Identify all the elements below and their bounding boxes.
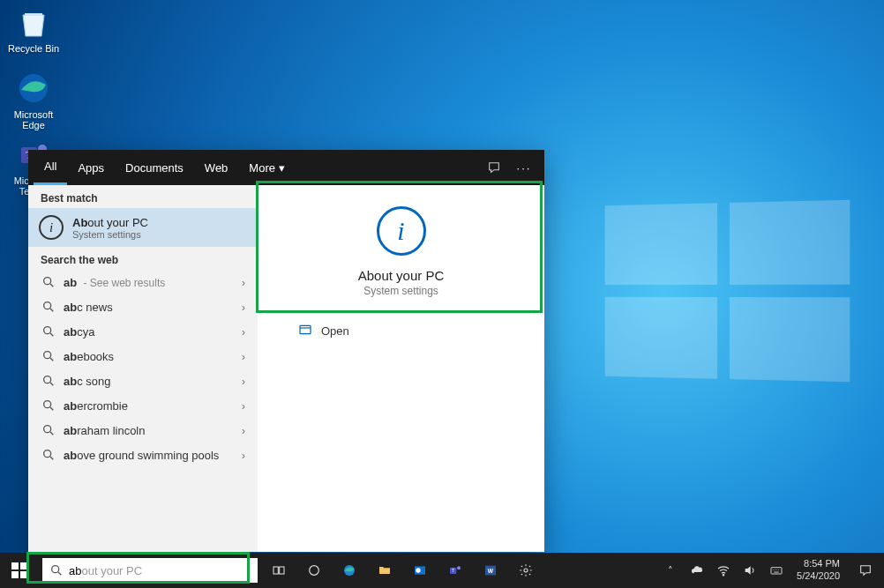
chevron-right-icon: ›: [242, 399, 245, 413]
tray-network[interactable]: [710, 553, 737, 588]
start-button[interactable]: [0, 553, 39, 588]
start-search-panel: All Apps Documents Web More ▾ ··· Best m…: [28, 150, 544, 552]
tray-onedrive[interactable]: [684, 553, 710, 588]
svg-rect-14: [20, 562, 27, 569]
web-result-label: abc song: [56, 375, 242, 388]
word-icon: W: [483, 563, 498, 577]
detail-open-action[interactable]: Open: [258, 314, 544, 348]
web-result-item[interactable]: abcya›: [28, 319, 258, 344]
web-result-item[interactable]: abebooks›: [28, 344, 258, 368]
notification-icon: [858, 563, 873, 577]
info-icon: i: [39, 215, 64, 240]
desktop-icon-recycle-bin[interactable]: Recycle Bin: [7, 4, 60, 54]
search-icon: [41, 448, 56, 462]
web-result-item[interactable]: above ground swimming pools›: [28, 443, 258, 467]
keyboard-icon: [769, 563, 783, 577]
folder-icon: [378, 563, 392, 577]
taskbar-edge[interactable]: [332, 553, 367, 588]
detail-title: About your PC: [266, 268, 536, 283]
svg-point-7: [44, 352, 51, 359]
search-icon: [41, 300, 56, 314]
desktop-icon-edge[interactable]: Microsoft Edge: [7, 71, 60, 130]
taskbar-outlook[interactable]: [402, 553, 438, 588]
chevron-right-icon: ›: [242, 301, 245, 314]
search-icon: [49, 563, 64, 577]
svg-point-8: [44, 376, 51, 383]
web-result-item[interactable]: abercrombie›: [28, 393, 258, 418]
svg-point-17: [52, 566, 59, 573]
search-icon: [41, 374, 56, 388]
svg-rect-31: [771, 568, 782, 574]
taskbar-teams[interactable]: T: [438, 553, 473, 588]
web-result-item[interactable]: abc news›: [28, 294, 258, 319]
web-result-label: ab - See web results: [56, 276, 242, 289]
taskbar-word[interactable]: W: [473, 553, 508, 588]
svg-text:W: W: [488, 568, 494, 574]
taskbar-settings[interactable]: [508, 553, 543, 588]
chevron-right-icon: ›: [242, 375, 245, 388]
taskbar-clock[interactable]: 8:54 PM 5/24/2020: [790, 558, 847, 583]
tray-overflow[interactable]: ˄: [657, 553, 684, 588]
svg-point-6: [44, 327, 51, 334]
search-filter-tabs: All Apps Documents Web More ▾ ···: [28, 150, 544, 185]
desktop-icon-label: Microsoft Edge: [7, 109, 60, 130]
task-view-icon: [272, 563, 286, 577]
tray-language[interactable]: [763, 553, 790, 588]
best-match-subtitle: System settings: [72, 229, 148, 240]
svg-point-23: [416, 568, 420, 572]
web-result-label: abraham lincoln: [56, 424, 242, 437]
svg-point-11: [44, 450, 51, 458]
web-result-label: above ground swimming pools: [56, 449, 242, 462]
chevron-right-icon: ›: [242, 325, 245, 339]
wifi-icon: [716, 563, 730, 577]
tab-more[interactable]: More ▾: [238, 150, 295, 185]
feedback-button[interactable]: [479, 150, 509, 185]
taskbar-date: 5/24/2020: [797, 570, 840, 583]
desktop-icon-label: Recycle Bin: [7, 43, 60, 54]
taskbar-file-explorer[interactable]: [367, 553, 402, 588]
tab-apps[interactable]: Apps: [67, 150, 115, 185]
svg-point-29: [524, 569, 528, 572]
web-result-item[interactable]: abc song›: [28, 368, 258, 393]
recycle-bin-icon: [16, 4, 51, 40]
web-result-item[interactable]: ab - See web results›: [28, 270, 258, 294]
action-center-button[interactable]: [847, 553, 884, 588]
speaker-icon: [743, 563, 757, 577]
search-results-list: Best match i About your PC System settin…: [28, 185, 258, 552]
windows-icon: [11, 562, 27, 578]
edge-icon: [342, 563, 356, 577]
search-icon: [41, 398, 56, 413]
search-icon: [41, 423, 56, 437]
web-result-label: abcya: [56, 325, 242, 339]
tab-documents[interactable]: Documents: [115, 150, 194, 185]
best-match-title: About your PC: [72, 216, 148, 229]
svg-point-4: [44, 278, 51, 285]
taskbar-cortana[interactable]: [296, 553, 332, 588]
chevron-right-icon: ›: [242, 350, 245, 363]
tab-web[interactable]: Web: [194, 150, 239, 185]
search-icon: [41, 349, 56, 363]
web-result-item[interactable]: abraham lincoln›: [28, 418, 258, 443]
options-button[interactable]: ···: [509, 150, 539, 185]
best-match-item[interactable]: i About your PC System settings: [28, 208, 258, 247]
best-match-header: Best match: [28, 185, 258, 208]
edge-icon: [16, 71, 51, 106]
gear-icon: [519, 563, 533, 577]
search-ghost-text: out your PC: [81, 564, 142, 577]
tab-all[interactable]: All: [34, 150, 67, 185]
tray-volume[interactable]: [737, 553, 763, 588]
svg-point-26: [457, 566, 461, 569]
web-result-label: abebooks: [56, 350, 242, 363]
open-icon: [298, 323, 312, 339]
outlook-icon: [413, 563, 427, 577]
web-result-label: abc news: [56, 301, 242, 314]
detail-subtitle: System settings: [266, 285, 536, 297]
taskbar-task-view[interactable]: [261, 553, 296, 588]
svg-point-10: [44, 426, 51, 433]
desktop-windows-logo: [605, 200, 850, 383]
svg-rect-16: [20, 571, 27, 578]
detail-open-label: Open: [321, 324, 349, 338]
chevron-down-icon: ▾: [279, 161, 285, 175]
search-detail-pane: i About your PC System settings Open: [258, 185, 544, 552]
taskbar-search-box[interactable]: about your PC: [42, 558, 258, 583]
